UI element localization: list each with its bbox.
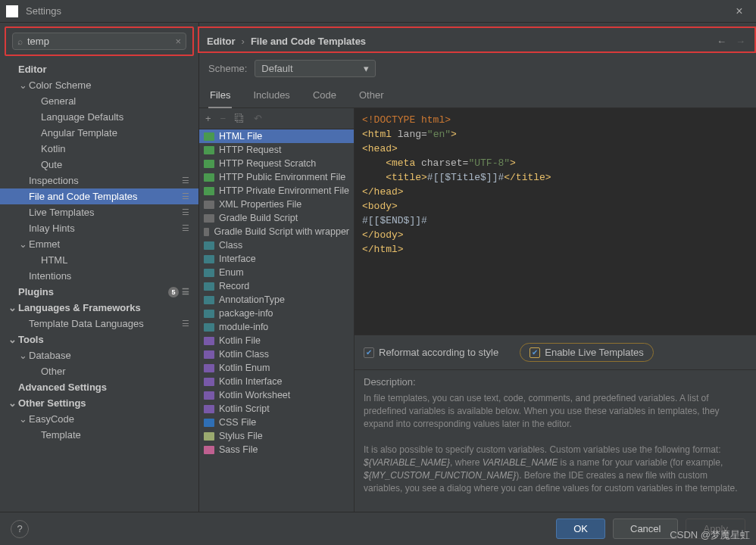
file-item-class[interactable]: Class bbox=[199, 238, 354, 252]
file-icon bbox=[204, 310, 214, 318]
sidebar-item-template[interactable]: Template bbox=[0, 427, 198, 443]
file-item-xml-properties-file[interactable]: XML Properties File bbox=[199, 198, 354, 211]
file-item-kotlin-interface[interactable]: Kotlin Interface bbox=[199, 375, 354, 388]
file-item-stylus-file[interactable]: Stylus File bbox=[199, 429, 354, 443]
file-icon bbox=[204, 391, 214, 400]
back-icon[interactable]: ← bbox=[717, 36, 726, 47]
chevron-down-icon: ⌄ bbox=[6, 334, 18, 345]
code-editor[interactable]: <!DOCTYPE html> <html lang="en"> <head> … bbox=[355, 108, 756, 335]
file-label: Stylus File bbox=[219, 431, 263, 441]
chevron-down-icon: ⌄ bbox=[17, 350, 29, 361]
file-label: HTTP Public Environment File bbox=[219, 172, 345, 182]
count-badge: 5 bbox=[168, 287, 179, 297]
tree-label: EasyCode bbox=[29, 413, 194, 425]
sidebar-item-easycode[interactable]: ⌄EasyCode bbox=[0, 411, 198, 427]
sliders-icon: ☰ bbox=[182, 207, 189, 217]
sidebar-item-inlay-hints[interactable]: Inlay Hints☰ bbox=[0, 220, 198, 236]
tab-includes[interactable]: Includes bbox=[251, 85, 291, 107]
sidebar-item-html[interactable]: HTML bbox=[0, 252, 198, 268]
sidebar-item-general[interactable]: General bbox=[0, 93, 198, 109]
apply-button[interactable]: Apply bbox=[686, 519, 745, 539]
enable-live-templates-checkbox[interactable]: Enable Live Templates bbox=[520, 343, 654, 362]
chevron-down-icon: ⌄ bbox=[17, 238, 29, 250]
file-label: module-info bbox=[219, 322, 268, 332]
cancel-button[interactable]: Cancel bbox=[613, 519, 678, 539]
tab-files[interactable]: Files bbox=[208, 85, 232, 108]
search-input[interactable] bbox=[27, 36, 175, 47]
sidebar-item-language-defaults[interactable]: Language Defaults bbox=[0, 109, 198, 125]
file-item-http-request-scratch[interactable]: HTTP Request Scratch bbox=[199, 157, 354, 170]
file-label: Kotlin Script bbox=[219, 403, 270, 414]
file-item-kotlin-enum[interactable]: Kotlin Enum bbox=[199, 361, 354, 375]
file-item-kotlin-file[interactable]: Kotlin File bbox=[199, 334, 354, 347]
search-field-wrap[interactable]: ⌕ × bbox=[12, 33, 186, 50]
app-icon bbox=[6, 5, 18, 17]
sidebar-item-editor[interactable]: Editor bbox=[0, 61, 198, 77]
file-item-interface[interactable]: Interface bbox=[199, 252, 354, 266]
dialog-footer: ? OK Cancel Apply bbox=[0, 512, 756, 545]
undo-icon[interactable]: ↶ bbox=[254, 113, 262, 124]
close-icon[interactable]: × bbox=[729, 5, 750, 18]
sidebar-item-plugins[interactable]: Plugins5☰ bbox=[0, 284, 198, 300]
add-icon[interactable]: + bbox=[205, 113, 211, 124]
sidebar-item-angular-template[interactable]: Angular Template bbox=[0, 125, 198, 141]
sidebar-item-intentions[interactable]: Intentions bbox=[0, 268, 198, 284]
file-label: HTTP Request bbox=[219, 145, 281, 155]
tab-code[interactable]: Code bbox=[311, 85, 338, 107]
file-item-kotlin-worksheet[interactable]: Kotlin Worksheet bbox=[199, 388, 354, 402]
scheme-select[interactable]: Default ▾ bbox=[255, 60, 376, 77]
sidebar-item-file-and-code-templates[interactable]: File and Code Templates☰ bbox=[0, 188, 198, 204]
reformat-checkbox[interactable]: Reformat according to style bbox=[364, 347, 498, 358]
forward-icon[interactable]: → bbox=[736, 36, 745, 47]
file-list[interactable]: HTML FileHTTP RequestHTTP Request Scratc… bbox=[199, 129, 354, 512]
remove-icon[interactable]: − bbox=[220, 113, 226, 124]
editor-pane: <!DOCTYPE html> <html lang="en"> <head> … bbox=[355, 108, 756, 512]
file-item-kotlin-script[interactable]: Kotlin Script bbox=[199, 402, 354, 416]
file-item-sass-file[interactable]: Sass File bbox=[199, 443, 354, 456]
file-item-http-private-environment-file[interactable]: HTTP Private Environment File bbox=[199, 184, 354, 198]
file-item-gradle-build-script-with-wrapper[interactable]: Gradle Build Script with wrapper bbox=[199, 225, 354, 238]
sidebar-item-advanced-settings[interactable]: Advanced Settings bbox=[0, 379, 198, 395]
settings-tree[interactable]: Editor⌄Color SchemeGeneralLanguage Defau… bbox=[0, 58, 198, 512]
sidebar-item-database[interactable]: ⌄Database bbox=[0, 347, 198, 363]
file-label: AnnotationType bbox=[219, 294, 285, 305]
file-label: Gradle Build Script bbox=[219, 213, 298, 223]
sidebar: ⌕ × Editor⌄Color SchemeGeneralLanguage D… bbox=[0, 23, 199, 512]
sidebar-item-tools[interactable]: ⌄Tools bbox=[0, 332, 198, 347]
sidebar-item-languages-frameworks[interactable]: ⌄Languages & Frameworks bbox=[0, 300, 198, 316]
sidebar-item-emmet[interactable]: ⌄Emmet bbox=[0, 236, 198, 252]
file-item-annotationtype[interactable]: AnnotationType bbox=[199, 293, 354, 307]
copy-icon[interactable]: ⿻ bbox=[235, 113, 245, 124]
sidebar-item-qute[interactable]: Qute bbox=[0, 157, 198, 173]
file-item-css-file[interactable]: CSS File bbox=[199, 416, 354, 429]
clear-icon[interactable]: × bbox=[175, 36, 181, 47]
file-item-kotlin-class[interactable]: Kotlin Class bbox=[199, 347, 354, 361]
file-item-enum[interactable]: Enum bbox=[199, 266, 354, 279]
file-item-http-public-environment-file[interactable]: HTTP Public Environment File bbox=[199, 170, 354, 184]
sidebar-item-kotlin[interactable]: Kotlin bbox=[0, 141, 198, 157]
file-icon bbox=[204, 446, 214, 454]
sidebar-item-other-settings[interactable]: ⌄Other Settings bbox=[0, 395, 198, 411]
file-item-record[interactable]: Record bbox=[199, 279, 354, 293]
sidebar-item-color-scheme[interactable]: ⌄Color Scheme bbox=[0, 77, 198, 93]
search-icon: ⌕ bbox=[17, 36, 23, 47]
sidebar-item-live-templates[interactable]: Live Templates☰ bbox=[0, 204, 198, 220]
description-body[interactable]: In file templates, you can use text, cod… bbox=[364, 392, 747, 506]
sidebar-item-inspections[interactable]: Inspections☰ bbox=[0, 173, 198, 188]
sidebar-item-other[interactable]: Other bbox=[0, 363, 198, 379]
file-item-http-request[interactable]: HTTP Request bbox=[199, 143, 354, 157]
file-label: HTTP Private Environment File bbox=[219, 185, 349, 196]
file-icon bbox=[204, 255, 214, 263]
sidebar-item-template-data-languages[interactable]: Template Data Languages☰ bbox=[0, 316, 198, 332]
tab-other[interactable]: Other bbox=[358, 85, 386, 107]
file-item-package-info[interactable]: package-info bbox=[199, 307, 354, 320]
help-button[interactable]: ? bbox=[11, 520, 29, 538]
tree-label: Tools bbox=[18, 334, 194, 345]
tree-label: Emmet bbox=[29, 238, 194, 250]
file-item-gradle-build-script[interactable]: Gradle Build Script bbox=[199, 211, 354, 225]
ok-button[interactable]: OK bbox=[556, 519, 605, 539]
file-item-html-file[interactable]: HTML File bbox=[199, 129, 354, 143]
file-icon bbox=[204, 350, 214, 359]
file-item-module-info[interactable]: module-info bbox=[199, 320, 354, 334]
tree-label: Language Defaults bbox=[41, 111, 194, 123]
